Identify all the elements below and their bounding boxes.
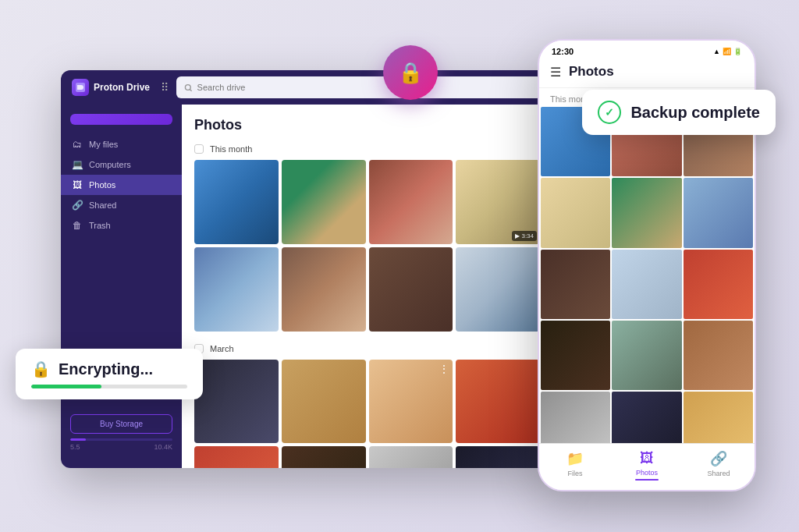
photo-cell[interactable] [194, 446, 279, 468]
signal-icon: ▲ [713, 48, 720, 55]
photo-cell[interactable] [194, 360, 279, 444]
app-logo-text: Proton Drive [94, 82, 150, 93]
phone-photo[interactable] [684, 250, 753, 319]
photo-more-icon[interactable]: ⋮ [439, 363, 449, 375]
files-nav-icon: 📁 [566, 450, 584, 467]
desktop-app: Proton Drive ⠿ 🗂 My files 💻 Computers 🖼 [61, 70, 552, 468]
storage-bar [70, 438, 172, 441]
video-duration-badge: ▶ 3:34 [512, 231, 537, 241]
shared-icon: 🔗 [72, 200, 83, 211]
active-nav-indicator [635, 479, 659, 481]
photo-cell[interactable] [456, 360, 540, 444]
photos-icon: 🖼 [72, 179, 83, 190]
shared-nav-icon: 🔗 [710, 450, 727, 467]
computers-icon: 💻 [72, 159, 83, 170]
photo-cell[interactable] [282, 360, 366, 444]
hamburger-menu-icon[interactable]: ☰ [550, 65, 561, 80]
phone-content: This month [539, 88, 755, 443]
phone-photo[interactable] [541, 178, 610, 247]
sidebar-item-shared[interactable]: 🔗 Shared [61, 195, 182, 215]
phone-photo[interactable] [541, 392, 610, 443]
app-body: 🗂 My files 💻 Computers 🖼 Photos 🔗 Shared… [61, 105, 552, 468]
sidebar-item-photos[interactable]: 🖼 Photos [61, 175, 182, 195]
backup-complete-toast: ✓ Backup complete [582, 90, 776, 135]
storage-bar-fill [70, 438, 86, 441]
grid-icon: ⠿ [161, 81, 169, 94]
encrypting-text: Encrypting... [59, 360, 153, 378]
phone-photo-grid [539, 107, 755, 443]
photo-cell[interactable] [369, 446, 453, 468]
sidebar-item-computers[interactable]: 💻 Computers [61, 154, 182, 175]
section-march: March [194, 344, 540, 353]
phone-bottom-nav: 📁 Files 🖼 Photos 🔗 Shared [539, 443, 755, 490]
photo-cell[interactable]: ▶ 3:34 [456, 160, 540, 244]
phone-status-icons: ▲ 📶 🔋 [713, 48, 742, 55]
main-title: Photos [194, 117, 540, 133]
sidebar: 🗂 My files 💻 Computers 🖼 Photos 🔗 Shared… [61, 105, 182, 468]
encrypting-progress-bar [31, 385, 187, 388]
phone-photo[interactable] [684, 392, 753, 443]
photo-grid-this-month: ▶ 3:34 [194, 160, 540, 332]
storage-total: 10.4K [154, 443, 172, 451]
svg-line-2 [190, 89, 191, 90]
phone-photo[interactable] [612, 321, 681, 390]
backup-text: Backup complete [630, 104, 760, 122]
lock-icon: 🔒 [398, 61, 423, 85]
encrypting-toast: 🔒 Encrypting... [16, 349, 203, 399]
photo-cell[interactable] [456, 446, 540, 468]
lock-floating-icon: 🔒 [383, 45, 438, 100]
storage-used: 5.5 [70, 443, 80, 451]
new-button[interactable] [70, 114, 172, 125]
search-input[interactable] [197, 83, 534, 92]
sidebar-item-myfiles[interactable]: 🗂 My files [61, 134, 182, 154]
this-month-label: This month [210, 144, 252, 154]
sidebar-item-label-shared: Shared [89, 200, 116, 210]
photo-cell[interactable] [282, 160, 366, 244]
phone-photo[interactable] [684, 178, 753, 247]
phone-nav-shared[interactable]: 🔗 Shared [683, 450, 755, 481]
svg-point-1 [185, 84, 190, 90]
photo-cell[interactable] [456, 247, 540, 332]
photo-cell[interactable] [369, 160, 453, 244]
phone-photo[interactable] [541, 250, 610, 319]
encrypting-progress-fill [31, 385, 101, 388]
photo-cell[interactable] [369, 247, 453, 332]
march-label: March [210, 344, 234, 353]
sidebar-item-label-computers: Computers [89, 160, 131, 169]
sidebar-item-label-photos: Photos [89, 180, 115, 190]
encrypting-header: 🔒 Encrypting... [31, 360, 187, 378]
files-nav-label: Files [567, 470, 582, 477]
encrypting-lock-icon: 🔒 [31, 360, 51, 378]
phone-nav-photos[interactable]: 🖼 Photos [611, 450, 683, 481]
app-header: Proton Drive ⠿ [61, 70, 552, 105]
battery-icon: 🔋 [733, 48, 742, 55]
search-bar[interactable] [176, 76, 542, 98]
shared-nav-label: Shared [707, 470, 730, 477]
phone-photo[interactable] [612, 392, 681, 443]
sidebar-bottom: Buy Storage 5.5 10.4K [61, 406, 182, 459]
phone-nav-files[interactable]: 📁 Files [539, 450, 611, 481]
phone-photo[interactable] [612, 250, 681, 319]
photo-cell[interactable] [282, 247, 366, 332]
sidebar-item-trash[interactable]: 🗑 Trash [61, 215, 182, 236]
photo-cell[interactable]: ▶ 3:34 [282, 446, 366, 468]
backup-check-icon: ✓ [598, 101, 621, 124]
phone-photo[interactable] [541, 321, 610, 390]
storage-info: 5.5 10.4K [70, 438, 172, 451]
phone-photo[interactable] [684, 321, 753, 390]
this-month-checkbox[interactable] [194, 144, 204, 154]
buy-storage-button[interactable]: Buy Storage [70, 414, 172, 434]
section-this-month: This month [194, 144, 540, 154]
photo-grid-march: ⋮ ▶ 3:34 ⋮ [194, 360, 540, 469]
photo-cell[interactable] [194, 160, 279, 244]
search-icon [184, 83, 193, 92]
photo-cell[interactable]: ⋮ [369, 360, 453, 444]
phone-time: 12:30 [552, 47, 574, 56]
phone-photo[interactable] [612, 178, 681, 247]
phone-title: Photos [569, 64, 614, 80]
photo-cell[interactable] [194, 247, 279, 332]
sidebar-item-label-myfiles: My files [89, 140, 118, 149]
app-logo: Proton Drive [72, 79, 150, 96]
sidebar-item-label-trash: Trash [89, 221, 111, 230]
photos-nav-label: Photos [636, 469, 658, 477]
